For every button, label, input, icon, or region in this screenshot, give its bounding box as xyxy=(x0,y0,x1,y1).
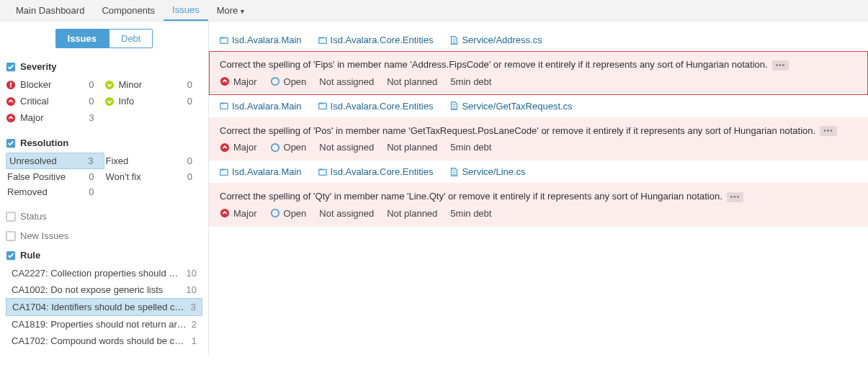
resolution-label: Unresolved xyxy=(9,155,57,166)
issue-box[interactable]: Correct the spelling of 'Qty' in member … xyxy=(209,183,868,227)
issue-box[interactable]: Correct the spelling of 'Fips' in member… xyxy=(209,51,868,95)
nav-tab-components[interactable]: Components xyxy=(93,1,164,20)
severity-blocker-icon xyxy=(6,80,16,90)
severity-minor-icon xyxy=(104,80,115,90)
severity-count: 0 xyxy=(89,79,94,90)
file-icon xyxy=(449,101,459,111)
facet-severity: Severity Blocker0Minor0Critical0Info0Maj… xyxy=(0,57,208,126)
project-icon xyxy=(318,101,328,111)
rule-item[interactable]: CA1704: Identifiers should be spelled co… xyxy=(6,298,202,316)
issue-status[interactable]: Open xyxy=(270,208,307,219)
checkbox-checked-icon xyxy=(6,251,16,261)
breadcrumb-label: Service/Address.cs xyxy=(462,35,542,45)
rule-item[interactable]: CA1002: Do not expose generic lists10 xyxy=(6,281,202,298)
resolution-item[interactable]: Unresolved3 xyxy=(6,153,104,169)
checkbox-unchecked-icon xyxy=(6,212,16,222)
svg-point-20 xyxy=(220,143,229,152)
rule-item[interactable]: CA1702: Compound words should be cased c… xyxy=(6,333,202,349)
severity-item[interactable]: Critical0 xyxy=(6,93,104,109)
svg-rect-11 xyxy=(220,37,224,38)
breadcrumb-link[interactable]: Isd.Avalara.Main xyxy=(219,35,302,45)
issue-meta: MajorOpenNot assignedNot planned5min deb… xyxy=(220,142,857,153)
issue-plan[interactable]: Not planned xyxy=(387,76,437,87)
svg-rect-13 xyxy=(318,37,322,38)
issue-assignee[interactable]: Not assigned xyxy=(319,142,374,153)
issue-plan[interactable]: Not planned xyxy=(387,142,437,153)
severity-item[interactable]: Blocker0 xyxy=(6,76,104,93)
rule-count: 10 xyxy=(187,284,197,295)
resolution-item[interactable]: Removed0 xyxy=(6,184,104,199)
svg-rect-19 xyxy=(318,103,322,104)
file-icon xyxy=(449,167,459,177)
rule-item[interactable]: CA2227: Collection properties should be … xyxy=(6,265,202,281)
breadcrumb-label: Service/Line.cs xyxy=(462,166,525,177)
rule-label: CA1002: Do not expose generic lists xyxy=(12,284,163,295)
facet-status-header[interactable]: Status xyxy=(0,207,208,226)
breadcrumb-link[interactable]: Service/Line.cs xyxy=(449,166,525,177)
severity-label: Blocker xyxy=(20,79,51,90)
status-open-icon xyxy=(270,208,280,218)
breadcrumb-link[interactable]: Isd.Avalara.Core.Entities xyxy=(318,101,434,112)
breadcrumb-link[interactable]: Isd.Avalara.Main xyxy=(219,101,302,112)
project-icon xyxy=(219,101,229,111)
issue-assignee[interactable]: Not assigned xyxy=(319,76,374,87)
toggle-issues[interactable]: Issues xyxy=(55,29,109,48)
project-icon xyxy=(219,35,229,45)
breadcrumb-link[interactable]: Isd.Avalara.Main xyxy=(219,166,302,177)
toggle-debt[interactable]: Debt xyxy=(109,29,153,48)
facet-rule-header[interactable]: Rule xyxy=(6,245,202,265)
svg-point-14 xyxy=(220,77,229,86)
issue-severity[interactable]: Major xyxy=(220,76,257,87)
nav-tab-dashboard[interactable]: Main Dashboard xyxy=(7,1,93,20)
issue-severity[interactable]: Major xyxy=(220,142,257,153)
resolution-label: Fixed xyxy=(106,155,129,166)
resolution-item[interactable]: Won't fix0 xyxy=(104,169,203,184)
severity-item[interactable]: Major3 xyxy=(6,109,104,126)
issue-severity[interactable]: Major xyxy=(220,208,257,219)
facet-severity-header[interactable]: Severity xyxy=(6,57,202,76)
issue-message: Correct the spelling of 'Qty' in member … xyxy=(220,191,722,202)
resolution-label: Won't fix xyxy=(106,171,141,182)
breadcrumb-link[interactable]: Isd.Avalara.Core.Entities xyxy=(318,166,434,177)
nav-tab-issues[interactable]: Issues xyxy=(164,0,208,21)
issue-status[interactable]: Open xyxy=(270,142,307,153)
issue-debt: 5min debt xyxy=(450,208,491,219)
svg-rect-18 xyxy=(318,104,326,109)
issue-box[interactable]: Correct the spelling of 'Pos' in member … xyxy=(209,117,868,161)
facet-resolution: Resolution Unresolved3Fixed0False Positi… xyxy=(0,133,208,199)
breadcrumb-link[interactable]: Service/Address.cs xyxy=(449,35,542,45)
svg-point-26 xyxy=(220,209,229,217)
severity-item[interactable]: Info0 xyxy=(104,93,203,109)
checkbox-checked-icon xyxy=(6,138,16,148)
severity-count: 0 xyxy=(187,96,192,107)
facet-new-issues-header[interactable]: New Issues xyxy=(0,226,208,245)
facet-resolution-header[interactable]: Resolution xyxy=(6,133,202,153)
resolution-item[interactable]: False Positive0 xyxy=(6,169,104,184)
breadcrumb-label: Service/GetTaxRequest.cs xyxy=(462,101,572,112)
facet-resolution-title: Resolution xyxy=(20,137,68,148)
issue-assignee[interactable]: Not assigned xyxy=(319,208,374,219)
svg-point-21 xyxy=(271,143,279,151)
issue-plan[interactable]: Not planned xyxy=(387,208,437,219)
svg-rect-12 xyxy=(318,37,326,43)
project-icon xyxy=(219,167,229,177)
issue-breadcrumb: Isd.Avalara.MainIsd.Avalara.Core.Entitie… xyxy=(209,161,868,183)
severity-major-icon xyxy=(220,208,230,218)
breadcrumb-label: Isd.Avalara.Core.Entities xyxy=(331,166,434,177)
resolution-item[interactable]: Fixed0 xyxy=(104,153,203,169)
svg-point-6 xyxy=(104,96,113,105)
breadcrumb-link[interactable]: Service/GetTaxRequest.cs xyxy=(449,101,572,112)
more-actions-button[interactable]: ••• xyxy=(727,192,744,202)
more-actions-button[interactable]: ••• xyxy=(820,126,837,136)
breadcrumb-link[interactable]: Isd.Avalara.Core.Entities xyxy=(318,35,434,45)
svg-point-27 xyxy=(271,209,279,217)
nav-tab-more[interactable]: More▾ xyxy=(208,1,254,20)
resolution-count: 3 xyxy=(88,155,93,166)
severity-count: 3 xyxy=(89,112,94,123)
more-actions-button[interactable]: ••• xyxy=(772,60,789,71)
rule-count: 10 xyxy=(187,268,197,279)
severity-item[interactable]: Minor0 xyxy=(104,76,203,93)
issue-status[interactable]: Open xyxy=(270,76,307,87)
view-toggle: Issues Debt xyxy=(0,29,208,48)
rule-item[interactable]: CA1819: Properties should not return arr… xyxy=(6,316,202,333)
